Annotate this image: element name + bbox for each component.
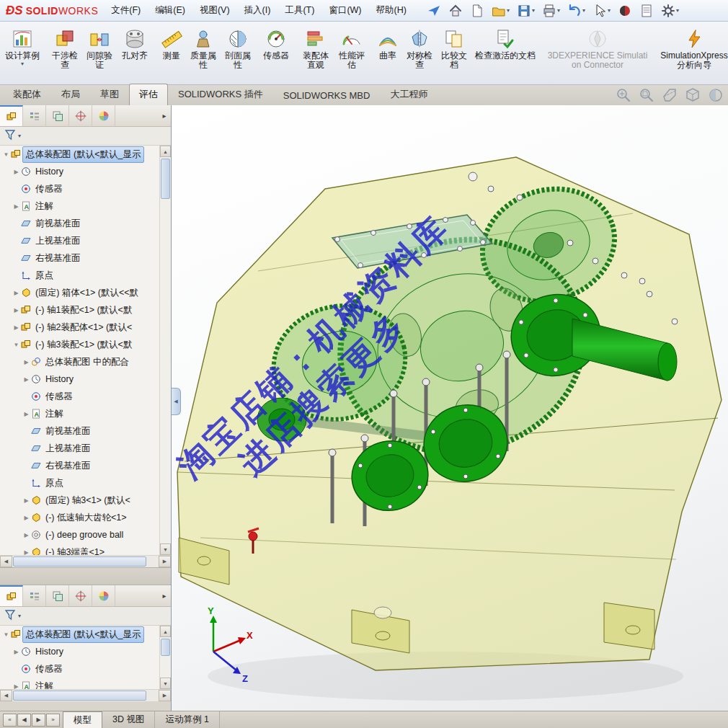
expander-open-icon[interactable]: ▼: [12, 342, 21, 348]
scroll-left-icon[interactable]: ◀: [0, 556, 12, 567]
expander-open-icon[interactable]: ▼: [1, 631, 11, 638]
dimxpertmanager-tab[interactable]: [69, 585, 92, 606]
menu-2[interactable]: 视图(V): [192, 0, 237, 21]
ribbon-tab-6[interactable]: 大工程师: [380, 84, 438, 105]
cmd-simulationxpress[interactable]: SimulationXpress 分析向导: [656, 24, 728, 83]
dropdown-arrow-icon[interactable]: ▾: [21, 61, 24, 67]
configurationmanager-tab[interactable]: [46, 585, 69, 606]
dropdown-arrow-icon[interactable]: ▾: [507, 7, 510, 14]
lifecycle-icon[interactable]: [615, 1, 635, 20]
tree-item[interactable]: 右视基准面: [0, 249, 159, 267]
section-view-icon[interactable]: [662, 87, 678, 103]
doc-tab-2[interactable]: 运动算例 1: [155, 711, 219, 728]
tree-item[interactable]: 传感器: [0, 180, 159, 197]
tree-item[interactable]: ▶History: [0, 370, 159, 388]
cmd-clearance-verification[interactable]: 间隙验证: [82, 24, 117, 83]
select-icon[interactable]: ▾: [590, 1, 613, 20]
tree-item[interactable]: ▶A注解: [0, 197, 159, 215]
menu-3[interactable]: 插入(I): [237, 0, 278, 21]
filter-funnel-icon[interactable]: [4, 129, 16, 143]
graphics-viewport[interactable]: 淘宝店铺：机械资料库 进店搜索更多 Y X Z: [172, 105, 728, 711]
go-first-icon[interactable]: «: [3, 714, 17, 727]
scrollbar-thumb[interactable]: [13, 691, 146, 701]
expander-icon[interactable]: ▶: [22, 411, 31, 417]
dropdown-arrow-icon[interactable]: ▾: [608, 7, 611, 14]
ribbon-tab-0[interactable]: 装配体: [3, 84, 51, 105]
scroll-down-icon[interactable]: ▼: [160, 678, 171, 689]
tree-item[interactable]: ▶(-) 低速轴大齿轮<1>: [0, 509, 159, 526]
cmd-compare-documents[interactable]: 比较文档: [437, 24, 471, 83]
tree-item[interactable]: 原点: [0, 267, 159, 284]
go-next-icon[interactable]: ▶: [32, 714, 45, 727]
cmd-check-active-document[interactable]: 检查激活的文档: [471, 24, 539, 83]
options-icon[interactable]: ▾: [658, 1, 682, 20]
tree-item[interactable]: ▶总体装配图 中的配合: [0, 353, 159, 370]
cmd-symmetry-check[interactable]: 对称检查: [402, 24, 437, 83]
go-previous-icon[interactable]: ◀: [17, 714, 31, 727]
menu-1[interactable]: 编辑(E): [148, 0, 192, 21]
dropdown-arrow-icon[interactable]: ▾: [532, 7, 535, 14]
scroll-left-icon[interactable]: ◀: [0, 690, 12, 701]
undo-icon[interactable]: ▾: [564, 1, 588, 20]
tree-item[interactable]: ▶(-) deep groove ball: [0, 526, 159, 543]
expander-icon[interactable]: ▶: [22, 359, 31, 365]
ribbon-tab-4[interactable]: SOLIDWORKS 插件: [168, 84, 273, 105]
whats-new-icon[interactable]: [424, 1, 444, 20]
tree-item[interactable]: 传感器: [0, 660, 159, 678]
cmd-assembly-visualization[interactable]: 装配体直观: [297, 24, 334, 83]
scroll-up-icon[interactable]: ▲: [160, 626, 171, 637]
scroll-up-icon[interactable]: ▲: [160, 146, 171, 157]
panel-collapse-handle[interactable]: ◀: [172, 388, 181, 415]
tree-item[interactable]: ▼总体装配图 (默认<默认_显示: [0, 626, 159, 643]
tree-item[interactable]: ▶A注解: [0, 405, 159, 422]
displaymanager-tab[interactable]: [92, 105, 115, 126]
display-style-icon[interactable]: [708, 87, 724, 103]
cmd-curvature[interactable]: 曲率: [373, 24, 402, 83]
expander-icon[interactable]: ▶: [22, 549, 31, 556]
tree-item[interactable]: 前视基准面: [0, 215, 159, 232]
expander-open-icon[interactable]: ▼: [1, 151, 11, 158]
ribbon-tab-2[interactable]: 草图: [90, 84, 129, 105]
expander-icon[interactable]: ▶: [22, 376, 31, 383]
tree-item[interactable]: 右视基准面: [0, 457, 159, 474]
configurationmanager-tab[interactable]: [46, 105, 69, 126]
tree-item[interactable]: ▶(固定) 轴3<1> (默认<: [0, 492, 159, 509]
tree-item[interactable]: ▼总体装配图 (默认<默认_显示: [0, 146, 159, 163]
tree-item[interactable]: 上视基准面: [0, 232, 159, 249]
filter-dropdown-icon[interactable]: ▾: [18, 613, 21, 619]
expander-icon[interactable]: ▶: [12, 649, 21, 655]
expander-icon[interactable]: ▶: [12, 683, 21, 690]
dropdown-arrow-icon[interactable]: ▾: [557, 7, 560, 14]
scrollbar-thumb[interactable]: [161, 159, 170, 199]
expander-icon[interactable]: ▶: [12, 307, 21, 314]
expander-icon[interactable]: ▶: [12, 203, 21, 210]
tree-item[interactable]: ▼(-) 轴3装配<1> (默认<默: [0, 336, 159, 353]
propertymanager-tab[interactable]: [23, 105, 46, 126]
expander-icon[interactable]: ▶: [22, 497, 31, 504]
cmd-section-properties[interactable]: 剖面属性: [221, 24, 255, 83]
zoom-to-fit-icon[interactable]: [616, 87, 631, 103]
menu-4[interactable]: 工具(T): [278, 0, 321, 21]
scroll-down-icon[interactable]: ▼: [160, 543, 171, 555]
expander-icon[interactable]: ▶: [12, 324, 21, 331]
tree-item[interactable]: 传感器: [0, 388, 159, 405]
scroll-right-icon[interactable]: ▶: [159, 556, 171, 567]
expander-icon[interactable]: ▶: [12, 169, 21, 175]
filter-funnel-icon[interactable]: [4, 609, 16, 623]
cmd-performance-evaluation[interactable]: 性能评估: [334, 24, 369, 83]
tree-item[interactable]: 上视基准面: [0, 440, 159, 457]
home-icon[interactable]: [445, 1, 466, 20]
go-last-icon[interactable]: »: [46, 714, 60, 727]
ribbon-tab-1[interactable]: 布局: [51, 84, 90, 105]
cmd-hole-alignment[interactable]: 孔对齐: [117, 24, 153, 83]
view-orientation-icon[interactable]: [685, 87, 701, 103]
expander-icon[interactable]: ▶: [22, 532, 31, 538]
tree-item[interactable]: 原点: [0, 474, 159, 492]
tree-item[interactable]: 前视基准面: [0, 422, 159, 440]
displaymanager-tab[interactable]: [92, 585, 115, 606]
tree-item[interactable]: ▶A注解: [0, 678, 159, 689]
cmd-measure[interactable]: 测量: [157, 24, 186, 83]
scrollbar-thumb[interactable]: [161, 639, 170, 656]
scrollbar-thumb[interactable]: [13, 556, 146, 567]
cmd-interference-detection[interactable]: 干涉检查: [48, 24, 82, 83]
